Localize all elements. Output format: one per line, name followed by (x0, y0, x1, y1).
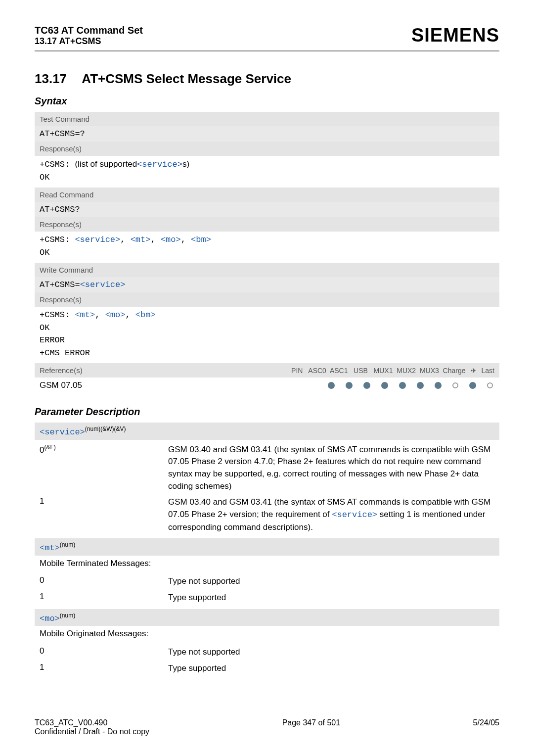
dot-mux1 (399, 382, 406, 389)
param-mo-name[interactable]: <mo> (40, 614, 60, 623)
reference-label: Reference(s) (40, 366, 83, 375)
reference-name: GSM 07.05 (40, 380, 82, 390)
service-link[interactable]: <service> (75, 235, 120, 244)
param-mo-header: <mo>(num) (35, 609, 499, 626)
test-resp-label: Response(s) (35, 142, 499, 156)
mt-link[interactable]: <mt> (75, 310, 95, 320)
dot-asc1 (363, 382, 370, 389)
param-key: 0(&F) (40, 444, 168, 455)
read-resp-body: +CSMS: <service>, <mt>, <mo>, <bm> OK (35, 232, 499, 261)
table-row: 0 Type not supported (35, 644, 499, 661)
service-link[interactable]: <service> (80, 280, 126, 289)
doc-title: TC63 AT Command Set (35, 25, 143, 36)
footer-confidential: Confidential / Draft - Do not copy (35, 727, 149, 736)
support-dots (328, 382, 494, 389)
param-mt-table: 0 Type not supported 1 Type supported (35, 573, 499, 606)
param-mt-title: Mobile Terminated Messages: (40, 558, 494, 570)
param-key: 0 (40, 575, 168, 585)
test-resp-text2: s) (182, 159, 189, 169)
param-desc: Type supported (168, 662, 494, 675)
param-service-sup: (num)(&W)(&V) (85, 425, 126, 432)
param-service-table: 0(&F) GSM 03.40 and GSM 03.41 (the synta… (35, 442, 499, 535)
page-header: TC63 AT Command Set 13.17 AT+CSMS SIEMEN… (35, 25, 499, 51)
read-resp-prefix: +CSMS: (40, 235, 75, 244)
reference-cols: PIN ASC0 ASC1 USB MUX1 MUX2 MUX3 Charge (291, 367, 465, 375)
param-desc: GSM 03.40 and GSM 03.41 (the syntax of S… (168, 444, 494, 493)
dot-mux2 (417, 382, 424, 389)
bm-link[interactable]: <bm> (135, 310, 156, 320)
service-link[interactable]: <service> (332, 510, 377, 520)
param-mt-header: <mt>(num) (35, 538, 499, 556)
mo-link[interactable]: <mo> (105, 310, 126, 320)
write-resp-body: +CSMS: <mt>, <mo>, <bm> OK ERROR +CMS ER… (35, 307, 499, 361)
param-desc: Type supported (168, 592, 494, 604)
param-service-header: <service>(num)(&W)(&V) (35, 423, 499, 440)
reference-header: Reference(s) PIN ASC0 ASC1 USB MUX1 MUX2… (35, 363, 499, 378)
airplane-icon: ✈ (471, 367, 477, 375)
param-mt-name[interactable]: <mt> (40, 543, 60, 553)
dot-mux3 (435, 382, 442, 389)
footer-page: Page 347 of 501 (282, 718, 340, 736)
param-service-name[interactable]: <service> (40, 427, 85, 437)
read-ok: OK (40, 248, 49, 257)
mt-link[interactable]: <mt> (131, 235, 151, 244)
dot-airplane (469, 382, 476, 389)
read-resp-label: Response(s) (35, 217, 499, 232)
page-footer: TC63_ATC_V00.490 Confidential / Draft - … (35, 718, 499, 736)
write-cmd: AT+CSMS=<service> (35, 277, 499, 292)
dot-last (487, 382, 493, 388)
param-mt-title-row: Mobile Terminated Messages: (35, 556, 499, 572)
param-mo-sup: (num) (60, 612, 75, 619)
table-row: 0 Type not supported (35, 573, 499, 590)
footer-date: 5/24/05 (473, 718, 499, 736)
dot-usb (381, 382, 388, 389)
dot-charge (452, 382, 458, 388)
write-label: Write Command (35, 263, 499, 277)
param-key: 1 (40, 662, 168, 672)
write-resp-prefix: +CSMS: (40, 310, 75, 320)
header-left: TC63 AT Command Set 13.17 AT+CSMS (35, 25, 143, 47)
service-link[interactable]: <service> (137, 160, 182, 169)
footer-docid: TC63_ATC_V00.490 (35, 718, 107, 727)
bm-link[interactable]: <bm> (191, 235, 211, 244)
param-mo-title: Mobile Originated Messages: (40, 628, 494, 640)
footer-left: TC63_ATC_V00.490 Confidential / Draft - … (35, 718, 149, 736)
test-cmd: AT+CSMS=? (35, 126, 499, 142)
table-row: 1 Type supported (35, 661, 499, 677)
dot-pin (328, 382, 335, 389)
syntax-heading: Syntax (35, 95, 499, 107)
read-command-block: Read Command AT+CSMS? Response(s) +CSMS:… (35, 188, 499, 261)
write-error: ERROR (40, 335, 65, 345)
test-command-block: Test Command AT+CSMS=? Response(s) +CSMS… (35, 112, 499, 186)
param-mo-table: 0 Type not supported 1 Type supported (35, 644, 499, 676)
param-key-0-sup: (&F) (44, 444, 55, 451)
write-command-block: Write Command AT+CSMS=<service> Response… (35, 263, 499, 361)
param-key-1: 1 (40, 496, 168, 506)
parameter-heading: Parameter Description (35, 406, 499, 418)
table-row: 1 Type supported (35, 590, 499, 606)
write-cms-error: +CMS ERROR (40, 348, 90, 358)
param-key: 1 (40, 592, 168, 602)
section-title: AT+CSMS Select Message Service (82, 71, 291, 86)
section-number: 13.17 (35, 71, 67, 86)
test-label: Test Command (35, 112, 499, 126)
test-resp-text1: (list of supported (75, 159, 137, 169)
param-mo-title-row: Mobile Originated Messages: (35, 626, 499, 642)
table-row: 0(&F) GSM 03.40 and GSM 03.41 (the synta… (35, 442, 499, 495)
test-ok: OK (40, 173, 49, 182)
read-cmd: AT+CSMS? (35, 202, 499, 217)
param-desc: Type not supported (168, 646, 494, 659)
doc-subtitle: 13.17 AT+CSMS (35, 36, 143, 47)
mo-link[interactable]: <mo> (161, 235, 181, 244)
write-resp-label: Response(s) (35, 292, 499, 307)
param-mt-sup: (num) (60, 541, 75, 548)
test-resp-body: +CSMS: (list of supported<service>s) OK (35, 156, 499, 186)
brand-logo: SIEMENS (411, 25, 499, 46)
read-label: Read Command (35, 188, 499, 202)
param-key: 0 (40, 646, 168, 656)
dot-asc0 (346, 382, 353, 389)
test-resp-prefix: +CSMS: (40, 160, 75, 169)
param-desc: Type not supported (168, 575, 494, 588)
table-row: 1 GSM 03.40 and GSM 03.41 (the syntax of… (35, 494, 499, 535)
section-heading: 13.17 AT+CSMS Select Message Service (35, 71, 499, 87)
